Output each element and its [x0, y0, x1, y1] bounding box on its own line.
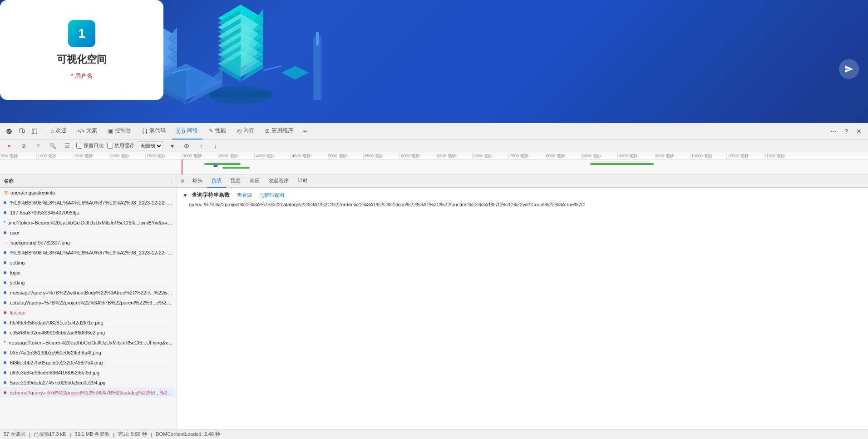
- request-item-11[interactable]: catalog?query=%7B%22project%22%3A%7B%22p…: [0, 298, 177, 308]
- domcontentloaded-time: DOMContentLoaded: 2.46 秒: [156, 431, 220, 438]
- view-source-link[interactable]: 查看源: [237, 192, 252, 199]
- dot-icon-16: [4, 351, 6, 354]
- request-item-17[interactable]: 6f86ecbb27fb05aebf0e2320e498f7b4.png: [0, 358, 177, 368]
- tick-500: 500 毫秒: [0, 153, 36, 159]
- requests-list-header: 名称 ↑: [0, 175, 177, 188]
- more-options-btn[interactable]: ⋯: [828, 126, 839, 137]
- disable-cache-checkbox[interactable]: [107, 143, 113, 149]
- request-count: 57 次请求: [4, 431, 25, 438]
- request-item-16[interactable]: 03574a1e36130b3c950e062ffeff8a4f.png: [0, 348, 177, 358]
- request-item-7[interactable]: setting: [0, 258, 177, 268]
- tab-memory[interactable]: ◎ 内存: [232, 123, 259, 140]
- status-bar: 57 次请求 | 已传输17.3 kB | 32.1 MB 各资源 | 完成: …: [0, 429, 868, 439]
- upload-btn[interactable]: ↑: [196, 140, 207, 151]
- record-btn[interactable]: ●: [4, 140, 15, 151]
- requests-scroll-area[interactable]: JS operatingsysteminfo %E9%BB%98%E8%AE%A…: [0, 188, 177, 429]
- request-item-13[interactable]: f9c49ef658cdad708281cd1c42d2fe1e.png: [0, 318, 177, 328]
- request-item-19[interactable]: 5aec3169dcda27457c026b0a5cc0e294.jpg: [0, 378, 177, 388]
- tab-sources[interactable]: { } 源代码: [138, 123, 170, 140]
- detail-tab-payload[interactable]: 负载: [207, 175, 226, 188]
- request-item-12[interactable]: license: [0, 308, 177, 318]
- tab-console[interactable]: ▣ 控制台: [104, 123, 136, 140]
- detail-tab-timing[interactable]: 计时: [293, 175, 312, 188]
- elements-icon: </>: [77, 128, 84, 134]
- tick-4500: 4500 毫秒: [291, 153, 327, 159]
- request-item-0[interactable]: JS operatingsysteminfo: [0, 188, 177, 198]
- toolbar-divider-1: [43, 128, 43, 135]
- detail-tab-preview[interactable]: 预览: [226, 175, 245, 188]
- clear-btn[interactable]: ⊘: [18, 140, 29, 151]
- request-item-1[interactable]: %E9%BB%98%E8%AE%A4%E6%A0%87%E9%A2%98_202…: [0, 198, 177, 208]
- throttle-arrow-btn[interactable]: ▾: [167, 140, 178, 151]
- dot-icon-7: [4, 261, 6, 264]
- query-params-label[interactable]: 查询字符串条数: [192, 191, 230, 199]
- username-label: * 用户名: [71, 72, 93, 80]
- close-detail-btn[interactable]: ✕: [179, 178, 186, 185]
- detail-tab-headers[interactable]: 标头: [188, 175, 207, 188]
- request-item-8[interactable]: login: [0, 268, 177, 278]
- close-devtools-btn[interactable]: ✕: [853, 126, 864, 137]
- request-item-6[interactable]: %E9%BB%98%E8%AE%A4%E6%A0%87%E9%A2%98_202…: [0, 248, 177, 258]
- app-title: 可视化空间: [57, 53, 107, 66]
- section-arrow[interactable]: ▼: [182, 192, 188, 199]
- request-item-15[interactable]: * message?token=Bearer%20eyJhbGciOiJIUzU…: [0, 338, 177, 348]
- dot-icon-13: [4, 321, 6, 324]
- detail-tab-response[interactable]: 响应: [245, 175, 264, 188]
- request-item-5[interactable]: — background.9d782307.png: [0, 238, 177, 248]
- throttle-select[interactable]: 无限制: [138, 141, 163, 150]
- request-item-14[interactable]: c358f80e92ec469916bbb2ae660f36c2.png: [0, 328, 177, 338]
- help-btn[interactable]: ?: [841, 126, 852, 137]
- app-icon-tab: ⊞: [265, 128, 270, 134]
- requests-list-panel: 名称 ↑ JS operatingsysteminfo %E9%BB%98%E8…: [0, 175, 177, 429]
- transferred-size: 已传输17.3 kB: [34, 431, 66, 438]
- preserve-log-checkbox-label: 保留日志: [76, 142, 104, 149]
- decoded-view-link[interactable]: 已解码视图: [259, 192, 284, 199]
- request-item-4[interactable]: user: [0, 228, 177, 238]
- send-icon: [844, 65, 853, 74]
- memory-icon: ◎: [237, 128, 242, 134]
- tick-8000: 8000 毫秒: [545, 153, 581, 159]
- search-btn[interactable]: 🔍: [47, 140, 58, 151]
- tick-9000: 9000 毫秒: [617, 153, 654, 159]
- scroll-top-btn[interactable]: ↑: [171, 179, 173, 184]
- add-tab-btn[interactable]: +: [300, 126, 311, 137]
- request-item-3[interactable]: * time?token=Bearer%20eyJhbGciOiJIUzUxMi…: [0, 218, 177, 228]
- tick-3500: 3500 毫秒: [218, 153, 254, 159]
- detail-tab-initiator[interactable]: 发起程序: [264, 175, 293, 188]
- console-icon: ▣: [108, 128, 113, 134]
- minus-icon-5: —: [4, 240, 9, 245]
- dot-icon-1: [4, 201, 6, 204]
- browser-content-area: 0 1 可视化空间 * 用户名: [0, 0, 868, 123]
- home-icon: ⌂: [50, 128, 54, 134]
- tick-3000: 3000 毫秒: [182, 153, 218, 159]
- import-btn[interactable]: ⊕: [181, 140, 192, 151]
- inspect-element-btn[interactable]: [4, 126, 15, 137]
- preserve-log-checkbox[interactable]: [76, 143, 82, 149]
- tab-welcome[interactable]: ⌂ 欢迎: [46, 123, 71, 140]
- float-action-btn[interactable]: [839, 59, 859, 79]
- download-btn[interactable]: ↓: [210, 140, 221, 151]
- main-split-area: 名称 ↑ JS operatingsysteminfo %E9%BB%98%E8…: [0, 175, 868, 429]
- device-toolbar-btn[interactable]: [16, 126, 27, 137]
- devtools-toolbar: ⌂ 欢迎 </> 元素 ▣ 控制台 { } 源代码 ((·)) 网络 ✎ 性能 …: [0, 123, 868, 140]
- tick-9500: 9500 毫秒: [654, 153, 690, 159]
- dot-icon-9: [4, 281, 6, 284]
- tab-network[interactable]: ((·)) 网络: [172, 123, 202, 140]
- request-item-18[interactable]: d83c3b64e96cd5f8664f16f052f6bf9d.jpg: [0, 368, 177, 378]
- request-item-20[interactable]: schema?query=%7B%22project%22%3A%7B%22ca…: [0, 388, 177, 398]
- sidebar-toggle-btn[interactable]: [29, 126, 40, 137]
- request-item-9[interactable]: setting: [0, 278, 177, 288]
- tab-elements[interactable]: </> 元素: [73, 123, 102, 140]
- svg-rect-39: [316, 32, 319, 45]
- request-item-10[interactable]: message?query=%7B%22withoutBody%22%3Atru…: [0, 288, 177, 298]
- tick-10000: 10000 毫秒: [690, 153, 726, 159]
- tab-application[interactable]: ⊞ 应用程序: [261, 123, 298, 140]
- tab-performance[interactable]: ✎ 性能: [204, 123, 231, 140]
- request-item-2[interactable]: 137.6ba37095393454070968js: [0, 208, 177, 218]
- more-network-btn[interactable]: ☰: [62, 140, 73, 151]
- divider-4: |: [151, 432, 152, 437]
- timeline-bar-3: [590, 163, 654, 165]
- timeline-bar-1: [204, 163, 241, 165]
- filter-btn[interactable]: ≡: [33, 140, 44, 151]
- divider-1: |: [29, 432, 30, 437]
